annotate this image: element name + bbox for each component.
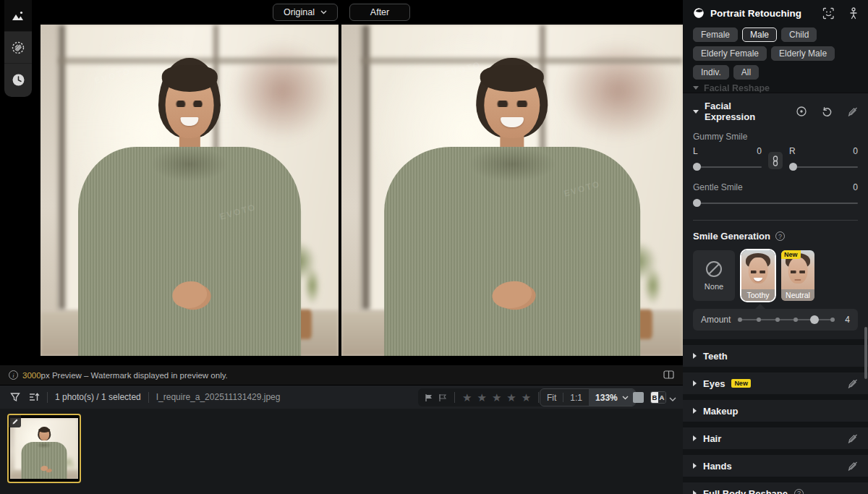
canvas-area: Original After [0, 0, 683, 494]
star-icon-1[interactable]: ★ [462, 392, 472, 403]
tag-child[interactable]: Child [781, 27, 817, 42]
section-makeup[interactable]: Makeup [683, 400, 868, 422]
link-icon[interactable] [768, 152, 783, 169]
filmstrip [0, 409, 683, 494]
amount-step-4[interactable] [793, 318, 798, 322]
slider-handle[interactable] [693, 199, 701, 207]
split-view-icon[interactable] [663, 369, 674, 382]
fit-button[interactable]: Fit [540, 389, 563, 406]
facial-expression-title: Facial Expression [705, 101, 784, 122]
photo-after: EVOTO EVOTO [341, 25, 683, 356]
face-scan-icon[interactable] [822, 7, 835, 20]
photo-window-frame [59, 25, 65, 310]
face-tag-list: Female Male Child Elderly Female Elderly… [683, 26, 868, 84]
amount-step-2[interactable] [757, 318, 761, 322]
face-icon [693, 7, 705, 19]
after-image-pane[interactable]: EVOTO EVOTO [341, 25, 683, 356]
star-icon-3[interactable]: ★ [492, 392, 501, 403]
gentle-smile-slider[interactable] [693, 199, 858, 207]
gummy-smile-controls: L 0 R 0 [693, 146, 858, 171]
view-options-chevron-icon[interactable] [669, 394, 676, 404]
tag-indiv[interactable]: Indiv. [693, 65, 729, 80]
smile-option-neutral[interactable]: New Neutral [781, 250, 814, 301]
divider [693, 220, 858, 221]
sort-icon[interactable] [29, 392, 40, 402]
slider-handle[interactable] [693, 163, 701, 171]
amount-notch [755, 304, 765, 309]
section-facial-reshape-clipped[interactable]: Facial Reshape [683, 84, 868, 93]
facial-expression-header[interactable]: Facial Expression [693, 101, 858, 122]
smile-option-toothy[interactable]: Toothy [741, 250, 775, 301]
amount-slider[interactable] [738, 315, 835, 324]
gentle-smile-value: 0 [853, 182, 858, 192]
pen-disabled-icon[interactable] [847, 106, 858, 117]
section-eyes[interactable]: Eyes New [683, 372, 868, 394]
triangle-right-icon [693, 463, 697, 469]
star-icon-4[interactable]: ★ [506, 392, 516, 403]
amount-step-1[interactable] [738, 318, 742, 322]
none-icon [706, 261, 722, 277]
new-badge: New [781, 250, 801, 259]
section-hands[interactable]: Hands [683, 455, 868, 477]
section-hair[interactable]: Hair [683, 427, 868, 449]
triangle-right-icon [693, 435, 697, 441]
thumbnail-selected[interactable] [7, 414, 81, 483]
star-icon-2[interactable]: ★ [477, 392, 486, 403]
tag-male[interactable]: Male [742, 27, 777, 42]
image-viewer: EVOTO EVOTO [0, 25, 683, 356]
amount-step-6[interactable] [830, 318, 835, 322]
after-button[interactable]: After [349, 4, 410, 21]
preview-info-message: px Preview – Watermark displayed in prev… [41, 371, 228, 380]
person-eyes [495, 101, 529, 107]
tag-elderly-male[interactable]: Elderly Male [771, 46, 835, 61]
chevron-down-icon [320, 10, 327, 14]
amount-step-5-active[interactable] [810, 315, 819, 324]
tag-female[interactable]: Female [693, 27, 738, 42]
pen-disabled-icon[interactable] [847, 461, 858, 472]
tag-elderly-female[interactable]: Elderly Female [693, 46, 767, 61]
filmstrip-toolbar: 1 photo(s) / 1 selected I_require_a_2025… [0, 385, 683, 409]
body-icon[interactable] [849, 7, 858, 20]
background-color-swatch[interactable] [633, 392, 644, 403]
amount-value: 4 [843, 315, 850, 325]
person-eyes [174, 101, 205, 107]
actual-size-button[interactable]: 1:1 [563, 389, 589, 406]
amount-step-3[interactable] [775, 318, 780, 322]
pick-flag-icon[interactable] [425, 393, 433, 402]
option-face-eyes [751, 271, 765, 273]
reset-icon[interactable] [822, 106, 833, 117]
preview-eye-icon[interactable] [796, 106, 807, 117]
pen-disabled-icon[interactable] [847, 378, 858, 389]
star-icon-5[interactable]: ★ [522, 392, 531, 403]
smile-option-label: Toothy [741, 289, 775, 301]
filter-icon[interactable] [10, 392, 20, 402]
slider-handle[interactable] [789, 163, 797, 171]
gummy-smile-left-slider[interactable] [693, 163, 762, 171]
pen-disabled-icon[interactable] [847, 433, 858, 444]
section-teeth[interactable]: Teeth [683, 345, 868, 367]
section-full-body-reshape[interactable]: Full Body Reshape ? [683, 482, 868, 494]
panel-scrollbar[interactable] [864, 327, 867, 379]
filename-text: I_require_a_202511131429.jpeg [156, 392, 281, 402]
ai-texture-icon[interactable] [4, 32, 32, 64]
gummy-smile-right-slider[interactable] [789, 163, 858, 171]
original-dropdown[interactable]: Original [273, 4, 338, 21]
smile-option-none[interactable]: None [693, 250, 735, 301]
tag-all[interactable]: All [733, 65, 759, 80]
amount-control: Amount 4 [693, 309, 858, 331]
history-icon[interactable] [4, 64, 32, 95]
image-adjust-icon[interactable] [4, 0, 32, 32]
right-slider-value: 0 [853, 146, 858, 156]
original-image-pane[interactable]: EVOTO EVOTO [41, 25, 339, 356]
help-icon[interactable]: ? [794, 489, 804, 494]
reject-flag-icon[interactable] [438, 393, 447, 402]
thumbnail-photo [10, 418, 78, 479]
zoom-level-dropdown[interactable]: 133% [589, 389, 635, 406]
photo-original: EVOTO EVOTO [41, 25, 339, 356]
help-icon[interactable]: ? [775, 231, 785, 241]
triangle-down-icon [693, 110, 699, 114]
preview-info-bar: i 3000px Preview – Watermark displayed i… [0, 356, 683, 385]
new-badge: New [731, 379, 751, 388]
left-tool-rail [4, 0, 32, 97]
before-after-toggle[interactable]: B A [650, 391, 666, 404]
